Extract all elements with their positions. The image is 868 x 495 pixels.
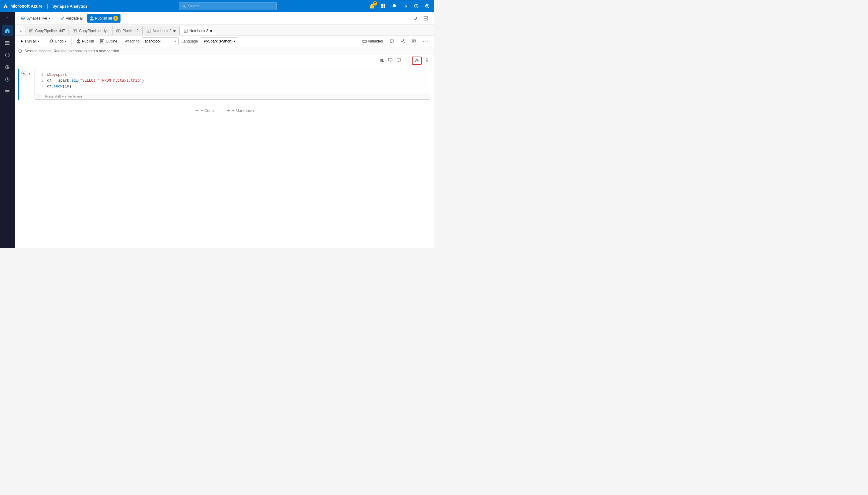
variables-button[interactable]: Variables bbox=[360, 37, 385, 46]
search-box[interactable]: Search bbox=[179, 2, 277, 10]
notebook-3-unsaved-dot bbox=[210, 30, 212, 32]
app-layout: » bbox=[0, 12, 434, 248]
tab-copypipeline-dd7[interactable]: CopyPipeline_dd7 bbox=[25, 26, 69, 35]
refresh-icon bbox=[413, 16, 418, 20]
toolbar-right-icons bbox=[411, 14, 430, 23]
data-icon bbox=[4, 40, 10, 46]
publish-label: Publish bbox=[82, 39, 94, 44]
tab-notebook-3[interactable]: Notebook 3 bbox=[180, 26, 216, 35]
code-content-2: df = spark.sql("SELECT * FROM nyctaxi.tr… bbox=[47, 78, 144, 84]
session-message: Session stopped. Run the notebook to sta… bbox=[24, 49, 120, 53]
publish-all-button[interactable]: Publish all 2 bbox=[87, 14, 120, 23]
sidebar-item-integrate[interactable] bbox=[2, 62, 13, 73]
svg-rect-4 bbox=[381, 6, 383, 8]
cell-ml-button[interactable]: ML bbox=[378, 58, 385, 63]
publish-button[interactable]: Publish bbox=[74, 37, 96, 46]
cell-add-below-button[interactable] bbox=[387, 57, 394, 64]
attach-to-dropdown[interactable]: sparkpool ▾ bbox=[142, 37, 178, 45]
cell-settings-icon bbox=[414, 58, 419, 63]
svg-rect-19 bbox=[424, 17, 428, 18]
language-dropdown[interactable]: PySpark (Python) ▾ bbox=[201, 37, 238, 45]
run-all-icon bbox=[20, 39, 24, 43]
comment-icon bbox=[390, 39, 394, 44]
svg-point-18 bbox=[22, 18, 23, 19]
tab-pipeline-2[interactable]: Pipeline 2 bbox=[112, 26, 142, 35]
sidebar-item-develop[interactable] bbox=[2, 50, 13, 61]
notifications-icon[interactable]: 🔔 7 bbox=[369, 2, 376, 10]
top-toolbar: Synapse live ▾ Validate all Publish all … bbox=[15, 12, 434, 24]
validate-all-button[interactable]: Validate all bbox=[58, 14, 86, 23]
add-markdown-cell-button[interactable]: + Markdown bbox=[224, 107, 256, 114]
svg-rect-3 bbox=[384, 4, 385, 6]
cell-more-button[interactable]: ··· bbox=[404, 58, 410, 64]
bell-icon[interactable] bbox=[391, 2, 398, 10]
sidebar-item-monitor[interactable] bbox=[2, 74, 13, 85]
portal-svg-icon bbox=[381, 4, 386, 8]
main-area: Synapse live ▾ Validate all Publish all … bbox=[15, 12, 434, 248]
live-share-button[interactable] bbox=[398, 37, 407, 46]
comment-button[interactable] bbox=[387, 37, 396, 46]
sidebar-item-data[interactable] bbox=[2, 37, 13, 48]
cell-body[interactable]: 1 %%pyspark 2 df = spark.sql("SELECT * F… bbox=[35, 69, 430, 100]
svg-point-56 bbox=[416, 59, 418, 61]
refresh-button[interactable] bbox=[411, 14, 420, 23]
undo-button[interactable]: Undo ▾ bbox=[47, 37, 69, 46]
add-code-cell-button[interactable]: + Code bbox=[192, 107, 216, 114]
nb-sep-2 bbox=[71, 38, 72, 45]
svg-rect-10 bbox=[5, 42, 10, 44]
sidebar-expand-btn[interactable]: » bbox=[5, 15, 10, 21]
line-number-2: 2 bbox=[38, 78, 44, 84]
help-icon[interactable]: ? bbox=[413, 2, 420, 10]
attach-to-label: Attach to bbox=[125, 39, 139, 44]
service-name: Synapse Analytics bbox=[52, 4, 87, 8]
svg-point-0 bbox=[183, 5, 185, 7]
svg-rect-9 bbox=[5, 41, 10, 42]
synapse-icon bbox=[21, 16, 25, 20]
portal-icon[interactable] bbox=[379, 2, 387, 10]
publish-all-badge: 2 bbox=[113, 16, 118, 21]
svg-rect-14 bbox=[5, 90, 10, 91]
more-options-button[interactable]: ··· bbox=[420, 37, 431, 46]
cell-comment-button[interactable] bbox=[395, 57, 402, 64]
outline-button[interactable]: Outline bbox=[98, 37, 120, 46]
feedback-icon[interactable] bbox=[424, 2, 431, 10]
cell-delete-button[interactable] bbox=[424, 57, 430, 64]
layout-button[interactable] bbox=[421, 14, 430, 23]
notification-badge: 7 bbox=[373, 1, 377, 5]
tab-copypipeline-dyz[interactable]: CopyPipeline_dyz bbox=[69, 26, 112, 35]
svg-line-1 bbox=[185, 7, 186, 7]
cell-run-button[interactable]: ▶ bbox=[19, 69, 29, 100]
notebook-content: ML ··· bbox=[15, 55, 434, 248]
run-all-button[interactable]: Run all ▾ bbox=[18, 37, 41, 46]
tab-expand-btn[interactable]: » bbox=[17, 27, 24, 35]
tab-label-copypipeline-dyz: CopyPipeline_dyz bbox=[79, 29, 108, 33]
feedback-svg-icon bbox=[425, 4, 430, 8]
svg-line-49 bbox=[403, 41, 403, 42]
sidebar-item-home[interactable] bbox=[2, 25, 13, 36]
feedback-nb-button[interactable] bbox=[409, 37, 419, 46]
add-code-icon bbox=[195, 108, 199, 113]
cell-meta-toolbar: ML ··· bbox=[15, 55, 434, 66]
synapse-live-button[interactable]: Synapse live ▾ bbox=[18, 14, 53, 23]
svg-rect-20 bbox=[424, 19, 428, 20]
outline-label: Outline bbox=[105, 39, 117, 44]
tab-notebook-2[interactable]: Notebook 2 bbox=[142, 26, 179, 35]
svg-text:?: ? bbox=[415, 5, 417, 8]
more-options-icon: ··· bbox=[423, 38, 428, 44]
nb-sep-3 bbox=[122, 38, 122, 45]
code-editor[interactable]: 1 %%pyspark 2 df = spark.sql("SELECT * F… bbox=[35, 69, 430, 93]
svg-point-47 bbox=[403, 42, 404, 43]
variables-label: Variables bbox=[368, 39, 383, 44]
settings-icon[interactable] bbox=[402, 2, 409, 10]
line-number-1: 1 bbox=[38, 72, 44, 78]
sidebar-item-manage[interactable] bbox=[2, 86, 13, 97]
add-cell-bar: + Code + Markdown bbox=[15, 102, 434, 119]
layout-icon bbox=[424, 16, 428, 20]
tab-label-notebook-2: Notebook 2 bbox=[153, 29, 171, 33]
svg-rect-27 bbox=[117, 30, 120, 32]
bell-svg-icon bbox=[392, 4, 397, 8]
cell-collapse-btn[interactable]: ▾ bbox=[29, 69, 35, 100]
cell-hint: Press shift + enter to run bbox=[45, 95, 82, 98]
cell-settings-button[interactable] bbox=[412, 56, 422, 65]
svg-rect-15 bbox=[5, 91, 10, 92]
